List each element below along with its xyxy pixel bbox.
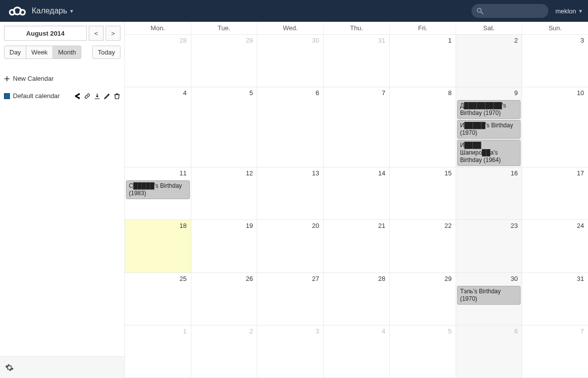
day-cell[interactable]: 12 xyxy=(191,167,258,219)
edit-icon[interactable] xyxy=(104,93,111,100)
calendar-color-swatch xyxy=(4,93,10,99)
day-cell[interactable]: 2 xyxy=(456,35,523,87)
day-cell[interactable]: 25 xyxy=(125,273,191,325)
new-calendar-label: New Calendar xyxy=(13,75,54,82)
day-cell[interactable]: 31 xyxy=(324,35,390,87)
day-number: 17 xyxy=(577,169,584,177)
day-cell[interactable]: 13 xyxy=(257,167,324,219)
calendar-event[interactable]: И█████'s Birthday (1970) xyxy=(457,120,521,139)
trash-icon[interactable] xyxy=(114,93,120,100)
day-cell[interactable]: 1 xyxy=(125,325,191,378)
day-number: 15 xyxy=(444,169,451,177)
weekday-header: Fri. xyxy=(390,22,456,34)
today-button[interactable]: Today xyxy=(92,46,120,59)
day-cell[interactable]: 6 xyxy=(456,325,523,378)
day-cell[interactable]: 3 xyxy=(522,35,588,87)
view-week-button[interactable]: Week xyxy=(26,46,53,58)
day-number: 4 xyxy=(183,89,186,97)
day-cell[interactable]: 16 xyxy=(456,167,523,219)
day-cell[interactable]: 11С█████'s Birthday (1983) xyxy=(125,167,191,219)
calendar-event[interactable]: Тэль's Birthday (1970) xyxy=(457,286,521,305)
day-cell[interactable]: 30Тэль's Birthday (1970) xyxy=(456,273,523,325)
view-month-button[interactable]: Month xyxy=(53,46,81,58)
day-number: 4 xyxy=(382,327,385,335)
app-logo[interactable] xyxy=(5,6,30,16)
day-number: 10 xyxy=(577,89,584,97)
day-number: 26 xyxy=(246,275,253,282)
day-number: 29 xyxy=(246,37,253,44)
day-cell[interactable]: 28 xyxy=(125,35,191,87)
day-cell[interactable]: 23 xyxy=(456,220,523,272)
user-menu[interactable]: meklon ▼ xyxy=(555,7,583,15)
svg-line-4 xyxy=(481,12,483,14)
prev-button[interactable]: < xyxy=(89,26,104,41)
day-cell[interactable]: 29 xyxy=(191,35,258,87)
day-number: 7 xyxy=(382,89,385,97)
day-number: 20 xyxy=(312,222,319,229)
day-number: 13 xyxy=(312,169,319,177)
day-cell[interactable]: 29 xyxy=(390,273,456,325)
day-cell[interactable]: 30 xyxy=(257,35,324,87)
day-cell[interactable]: 15 xyxy=(390,167,456,219)
view-day-button[interactable]: Day xyxy=(4,46,26,58)
day-number: 2 xyxy=(249,327,253,335)
day-cell[interactable]: 31 xyxy=(522,273,588,325)
day-cell[interactable]: 22 xyxy=(390,220,456,272)
svg-point-1 xyxy=(10,10,15,15)
new-calendar-button[interactable]: New Calendar xyxy=(4,73,120,84)
day-number: 25 xyxy=(179,275,186,282)
day-cell[interactable]: 9Д█████████'s Birthday (1970)И█████'s Bi… xyxy=(456,87,523,167)
settings-button[interactable] xyxy=(5,363,14,372)
day-cell[interactable]: 5 xyxy=(191,87,258,167)
calendar-item[interactable]: Default calendar xyxy=(4,91,120,101)
day-cell[interactable]: 18 xyxy=(125,220,191,272)
chevron-down-icon: ▼ xyxy=(69,8,74,14)
day-cell[interactable]: 8 xyxy=(390,87,456,167)
day-number: 2 xyxy=(514,37,518,44)
day-cell[interactable]: 24 xyxy=(522,220,588,272)
day-number: 31 xyxy=(378,37,385,44)
app-switcher[interactable]: Каледарь ▼ xyxy=(32,6,74,15)
day-number: 7 xyxy=(581,327,584,335)
day-cell[interactable]: 27 xyxy=(257,273,324,325)
period-picker[interactable]: August 2014 xyxy=(4,26,87,41)
day-cell[interactable]: 21 xyxy=(324,220,390,272)
day-cell[interactable]: 4 xyxy=(125,87,191,167)
calendar-name: Default calendar xyxy=(13,92,60,100)
next-button[interactable]: > xyxy=(106,26,120,41)
day-cell[interactable]: 28 xyxy=(324,273,390,325)
day-number: 28 xyxy=(179,37,186,44)
day-cell[interactable]: 26 xyxy=(191,273,258,325)
link-icon[interactable] xyxy=(84,93,91,100)
day-cell[interactable]: 20 xyxy=(257,220,324,272)
day-cell[interactable]: 7 xyxy=(522,325,588,378)
day-cell[interactable]: 17 xyxy=(522,167,588,219)
weekday-header: Tue. xyxy=(191,22,258,34)
day-number: 31 xyxy=(577,275,584,282)
calendar-event[interactable]: С█████'s Birthday (1983) xyxy=(126,180,190,199)
chevron-down-icon: ▼ xyxy=(578,8,583,14)
day-cell[interactable]: 19 xyxy=(191,220,258,272)
download-icon[interactable] xyxy=(94,93,101,100)
day-number: 5 xyxy=(448,327,452,335)
day-number: 3 xyxy=(316,327,319,335)
day-cell[interactable]: 7 xyxy=(324,87,390,167)
svg-point-2 xyxy=(20,10,25,15)
day-cell[interactable]: 5 xyxy=(390,325,456,378)
day-number: 14 xyxy=(378,169,385,177)
day-number: 8 xyxy=(448,89,452,97)
day-number: 23 xyxy=(511,222,518,229)
day-cell[interactable]: 2 xyxy=(191,325,258,378)
calendar-event[interactable]: Д█████████'s Birthday (1970) xyxy=(457,100,521,119)
day-cell[interactable]: 10 xyxy=(522,87,588,167)
day-cell[interactable]: 1 xyxy=(390,35,456,87)
share-icon[interactable] xyxy=(74,93,81,100)
day-cell[interactable]: 3 xyxy=(257,325,324,378)
day-number: 21 xyxy=(378,222,385,229)
day-cell[interactable]: 4 xyxy=(324,325,390,378)
day-cell[interactable]: 14 xyxy=(324,167,390,219)
day-number: 18 xyxy=(179,222,186,229)
day-number: 3 xyxy=(581,37,584,44)
day-cell[interactable]: 6 xyxy=(257,87,324,167)
calendar-event[interactable]: И████ Шапиро██a's Birthday (1964) xyxy=(457,140,521,166)
